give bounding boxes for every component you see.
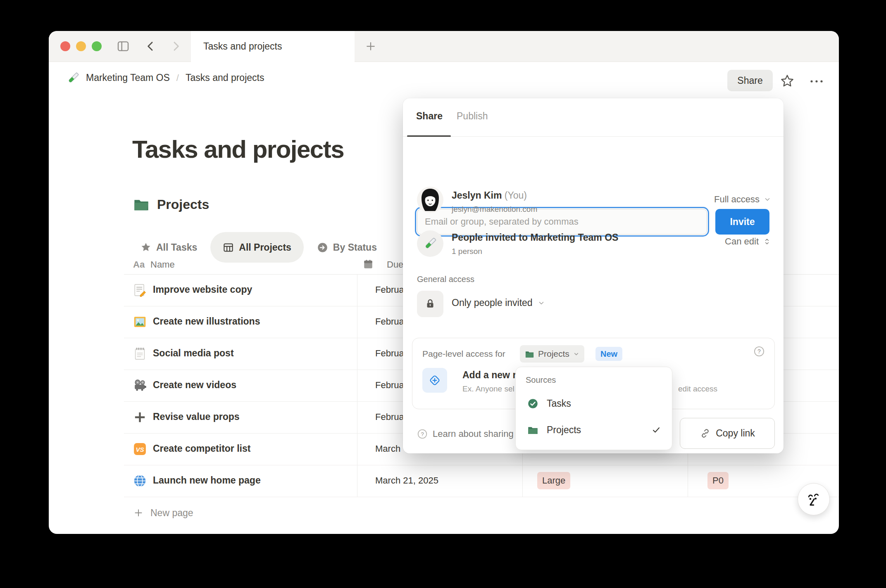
section-header: Projects [133,196,209,213]
name-column-header[interactable]: Name [150,259,175,270]
tab-share[interactable]: Share [416,111,443,122]
member-email: jeslyn@makenotion.com [452,205,537,214]
film-projector-icon [133,379,147,392]
invite-button[interactable]: Invite [715,209,769,235]
breadcrumb-separator: / [176,73,179,83]
lock-icon [417,291,443,317]
selected-checkmark-icon [651,425,661,435]
new-feature-badge: New [595,347,622,361]
heavy-plus-icon [133,410,147,424]
group-avatar [417,230,443,257]
back-chevron-icon[interactable] [144,40,157,53]
sources-menu-title: Sources [526,375,556,385]
breadcrumb-workspace[interactable]: Marketing Team OS [86,72,170,83]
framed-picture-icon [133,315,147,329]
add-rule-hint-left: Ex. Anyone sel [462,384,514,394]
table-row[interactable]: Launch new home page March 21, 2025 Larg… [124,465,839,497]
folder-icon [525,349,534,359]
avatar [417,187,443,213]
general-access-dropdown[interactable]: Only people invited [452,297,545,308]
sources-item-tasks[interactable]: Tasks [522,393,667,414]
sources-item-projects[interactable]: Projects [522,419,667,441]
chevron-down-icon [764,196,771,203]
due-date-cell[interactable]: March 21, 2025 [375,475,438,486]
traffic-minimize-button[interactable] [76,41,86,51]
section-title: Projects [157,197,209,212]
sources-menu: Sources Tasks Projects [515,367,672,450]
app-window: Tasks and projects Marketing Team OS / T… [49,31,839,534]
chevron-down-icon [573,351,579,357]
access-level-dropdown[interactable]: Full access [714,194,771,205]
tab-bar: Tasks and projects [49,31,839,62]
chevron-up-down-icon [763,237,771,247]
chevron-down-icon [538,299,545,307]
page-title: Tasks and projects [132,135,344,164]
new-page-button[interactable]: New page [124,497,839,529]
help-question-icon[interactable]: ? [753,346,765,357]
add-rule-hint-right: edit access [678,384,717,394]
memo-icon [133,283,147,297]
copy-link-button[interactable]: Copy link [680,418,775,449]
folder-icon [133,196,150,213]
table-grid-icon [223,242,234,253]
share-button[interactable]: Share [727,70,773,91]
general-access-label: General access [417,275,474,284]
more-ellipsis-icon[interactable] [808,76,825,86]
share-dialog-tabs: Share Publish [403,98,784,137]
traffic-zoom-button[interactable] [92,41,102,51]
link-icon [700,428,711,439]
star-icon [141,242,151,253]
notion-ai-button[interactable] [798,483,830,515]
breadcrumb-page[interactable]: Tasks and projects [186,72,264,83]
plus-icon [133,507,144,518]
svg-text:VS: VS [136,446,144,453]
tab-publish[interactable]: Publish [457,111,488,122]
favorite-star-icon[interactable] [780,74,794,88]
add-rule-icon [422,368,447,393]
member-name: Jeslyn Kim (You) [452,190,527,201]
page-level-target-dropdown[interactable]: Projects [520,345,584,363]
folder-icon [527,424,538,436]
active-tab-underline [407,135,451,137]
tab-title: Tasks and projects [203,41,282,52]
breadcrumb: Marketing Team OS / Tasks and projects [49,62,839,94]
calendar-icon [363,259,374,270]
tab-tasks-and-projects[interactable]: Tasks and projects [191,31,355,62]
share-dialog: Share Publish Invite Jeslyn Kim (You) je… [403,98,784,453]
due-date-cell[interactable]: March [375,443,400,454]
learn-about-sharing-link[interactable]: ? Learn about sharing [417,429,514,439]
group-name: People invited to Marketing Team OS [452,232,618,243]
help-question-icon: ? [417,429,428,439]
group-count: 1 person [452,247,482,256]
vs-icon: VS [133,442,147,456]
member-you-suffix: (You) [505,190,527,201]
sidebar-toggle-icon[interactable] [117,40,130,53]
globe-icon [133,474,147,488]
page-level-access-label: Page-level access for [422,349,505,359]
svg-text:?: ? [421,431,424,437]
test-tube-icon [66,71,80,85]
ai-face-icon [805,490,823,508]
new-tab-plus-icon[interactable] [364,40,378,53]
svg-text:?: ? [757,348,761,355]
forward-chevron-icon[interactable] [169,40,183,53]
priority-badge[interactable]: P0 [707,472,729,489]
arrow-circle-icon [317,242,328,253]
notepad-icon [133,347,147,360]
text-type-icon: Aa [133,259,145,270]
size-badge[interactable]: Large [537,472,570,489]
check-circle-icon [527,398,538,409]
group-access-dropdown[interactable]: Can edit [725,236,771,247]
traffic-close-button[interactable] [60,41,70,51]
